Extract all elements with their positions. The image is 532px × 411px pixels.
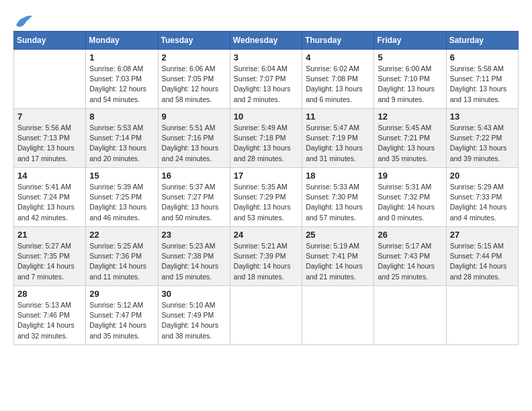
calendar-cell: 4Sunrise: 6:02 AMSunset: 7:08 PMDaylight… xyxy=(302,50,374,109)
calendar-cell: 16Sunrise: 5:37 AMSunset: 7:27 PMDayligh… xyxy=(158,168,230,227)
calendar-cell: 20Sunrise: 5:29 AMSunset: 7:33 PMDayligh… xyxy=(446,168,518,227)
day-number: 19 xyxy=(378,171,442,181)
day-number: 29 xyxy=(89,289,154,299)
day-number: 20 xyxy=(450,171,515,181)
day-info: Sunrise: 5:53 AMSunset: 7:14 PMDaylight:… xyxy=(89,123,154,164)
calendar-cell: 22Sunrise: 5:25 AMSunset: 7:36 PMDayligh… xyxy=(86,227,158,286)
calendar-cell: 9Sunrise: 5:51 AMSunset: 7:16 PMDaylight… xyxy=(158,109,230,168)
calendar-cell: 18Sunrise: 5:33 AMSunset: 7:30 PMDayligh… xyxy=(302,168,374,227)
calendar-cell: 27Sunrise: 5:15 AMSunset: 7:44 PMDayligh… xyxy=(446,227,518,286)
calendar-cell: 25Sunrise: 5:19 AMSunset: 7:41 PMDayligh… xyxy=(302,227,374,286)
day-info: Sunrise: 5:21 AMSunset: 7:39 PMDaylight:… xyxy=(234,241,298,282)
calendar-cell: 17Sunrise: 5:35 AMSunset: 7:29 PMDayligh… xyxy=(230,168,302,227)
day-info: Sunrise: 5:29 AMSunset: 7:33 PMDaylight:… xyxy=(450,182,515,223)
day-number: 14 xyxy=(17,171,82,181)
day-info: Sunrise: 5:49 AMSunset: 7:18 PMDaylight:… xyxy=(234,123,298,164)
calendar-week-row: 14Sunrise: 5:41 AMSunset: 7:24 PMDayligh… xyxy=(14,168,519,227)
day-info: Sunrise: 5:58 AMSunset: 7:11 PMDaylight:… xyxy=(450,64,515,105)
day-number: 10 xyxy=(234,111,298,122)
day-number: 15 xyxy=(89,171,154,181)
calendar-cell: 26Sunrise: 5:17 AMSunset: 7:43 PMDayligh… xyxy=(374,227,446,286)
calendar-cell: 8Sunrise: 5:53 AMSunset: 7:14 PMDaylight… xyxy=(86,109,158,168)
day-number: 9 xyxy=(162,111,226,122)
day-number: 8 xyxy=(89,111,154,122)
day-number: 6 xyxy=(450,52,515,62)
day-number: 1 xyxy=(89,52,154,62)
calendar-cell: 12Sunrise: 5:45 AMSunset: 7:21 PMDayligh… xyxy=(374,109,446,168)
day-number: 16 xyxy=(162,171,226,181)
calendar-cell: 29Sunrise: 5:12 AMSunset: 7:47 PMDayligh… xyxy=(86,286,158,345)
weekday-header-saturday: Saturday xyxy=(446,32,518,50)
calendar-week-row: 28Sunrise: 5:13 AMSunset: 7:46 PMDayligh… xyxy=(14,286,519,345)
calendar-header-row: SundayMondayTuesdayWednesdayThursdayFrid… xyxy=(14,32,519,50)
calendar-table: SundayMondayTuesdayWednesdayThursdayFrid… xyxy=(13,31,519,345)
day-info: Sunrise: 5:15 AMSunset: 7:44 PMDaylight:… xyxy=(450,241,515,282)
day-number: 28 xyxy=(17,289,82,299)
calendar-cell: 5Sunrise: 6:00 AMSunset: 7:10 PMDaylight… xyxy=(374,50,446,109)
day-info: Sunrise: 5:31 AMSunset: 7:32 PMDaylight:… xyxy=(378,182,442,223)
day-number: 22 xyxy=(89,230,154,240)
calendar-cell xyxy=(230,286,302,345)
day-info: Sunrise: 5:25 AMSunset: 7:36 PMDaylight:… xyxy=(89,241,154,282)
day-info: Sunrise: 5:45 AMSunset: 7:21 PMDaylight:… xyxy=(378,123,442,164)
calendar-cell xyxy=(446,286,518,345)
calendar-cell xyxy=(302,286,374,345)
calendar-cell xyxy=(14,50,86,109)
day-number: 24 xyxy=(234,230,298,240)
day-info: Sunrise: 5:10 AMSunset: 7:49 PMDaylight:… xyxy=(162,300,226,341)
day-info: Sunrise: 5:39 AMSunset: 7:25 PMDaylight:… xyxy=(89,182,154,223)
day-number: 7 xyxy=(17,111,82,122)
day-info: Sunrise: 5:56 AMSunset: 7:13 PMDaylight:… xyxy=(17,123,82,164)
calendar-cell: 23Sunrise: 5:23 AMSunset: 7:38 PMDayligh… xyxy=(158,227,230,286)
page-header xyxy=(13,13,519,28)
calendar-cell: 30Sunrise: 5:10 AMSunset: 7:49 PMDayligh… xyxy=(158,286,230,345)
day-info: Sunrise: 6:00 AMSunset: 7:10 PMDaylight:… xyxy=(378,64,442,105)
day-number: 27 xyxy=(450,230,515,240)
calendar-cell: 15Sunrise: 5:39 AMSunset: 7:25 PMDayligh… xyxy=(86,168,158,227)
day-info: Sunrise: 5:37 AMSunset: 7:27 PMDaylight:… xyxy=(162,182,226,223)
calendar-cell: 3Sunrise: 6:04 AMSunset: 7:07 PMDaylight… xyxy=(230,50,302,109)
calendar-cell xyxy=(374,286,446,345)
day-info: Sunrise: 6:06 AMSunset: 7:05 PMDaylight:… xyxy=(162,64,226,105)
day-info: Sunrise: 5:43 AMSunset: 7:22 PMDaylight:… xyxy=(450,123,515,164)
day-info: Sunrise: 6:02 AMSunset: 7:08 PMDaylight:… xyxy=(306,64,370,105)
calendar-cell: 7Sunrise: 5:56 AMSunset: 7:13 PMDaylight… xyxy=(14,109,86,168)
calendar-week-row: 1Sunrise: 6:08 AMSunset: 7:03 PMDaylight… xyxy=(14,50,519,109)
day-number: 17 xyxy=(234,171,298,181)
calendar-cell: 21Sunrise: 5:27 AMSunset: 7:35 PMDayligh… xyxy=(14,227,86,286)
day-number: 25 xyxy=(306,230,370,240)
calendar-cell: 19Sunrise: 5:31 AMSunset: 7:32 PMDayligh… xyxy=(374,168,446,227)
logo-icon xyxy=(13,13,32,28)
day-info: Sunrise: 5:17 AMSunset: 7:43 PMDaylight:… xyxy=(378,241,442,282)
calendar-cell: 6Sunrise: 5:58 AMSunset: 7:11 PMDaylight… xyxy=(446,50,518,109)
logo xyxy=(13,13,35,28)
day-number: 26 xyxy=(378,230,442,240)
weekday-header-sunday: Sunday xyxy=(14,32,86,50)
calendar-cell: 14Sunrise: 5:41 AMSunset: 7:24 PMDayligh… xyxy=(14,168,86,227)
day-info: Sunrise: 5:47 AMSunset: 7:19 PMDaylight:… xyxy=(306,123,370,164)
calendar-cell: 28Sunrise: 5:13 AMSunset: 7:46 PMDayligh… xyxy=(14,286,86,345)
calendar-cell: 2Sunrise: 6:06 AMSunset: 7:05 PMDaylight… xyxy=(158,50,230,109)
day-info: Sunrise: 5:35 AMSunset: 7:29 PMDaylight:… xyxy=(234,182,298,223)
day-info: Sunrise: 6:08 AMSunset: 7:03 PMDaylight:… xyxy=(89,64,154,105)
weekday-header-wednesday: Wednesday xyxy=(230,32,302,50)
day-number: 11 xyxy=(306,111,370,122)
calendar-cell: 24Sunrise: 5:21 AMSunset: 7:39 PMDayligh… xyxy=(230,227,302,286)
weekday-header-friday: Friday xyxy=(374,32,446,50)
day-info: Sunrise: 6:04 AMSunset: 7:07 PMDaylight:… xyxy=(234,64,298,105)
day-number: 18 xyxy=(306,171,370,181)
calendar-cell: 13Sunrise: 5:43 AMSunset: 7:22 PMDayligh… xyxy=(446,109,518,168)
weekday-header-thursday: Thursday xyxy=(302,32,374,50)
day-number: 3 xyxy=(234,52,298,62)
day-info: Sunrise: 5:13 AMSunset: 7:46 PMDaylight:… xyxy=(17,300,82,341)
calendar-cell: 1Sunrise: 6:08 AMSunset: 7:03 PMDaylight… xyxy=(86,50,158,109)
day-info: Sunrise: 5:51 AMSunset: 7:16 PMDaylight:… xyxy=(162,123,226,164)
day-info: Sunrise: 5:19 AMSunset: 7:41 PMDaylight:… xyxy=(306,241,370,282)
calendar-cell: 10Sunrise: 5:49 AMSunset: 7:18 PMDayligh… xyxy=(230,109,302,168)
day-number: 23 xyxy=(162,230,226,240)
day-info: Sunrise: 5:27 AMSunset: 7:35 PMDaylight:… xyxy=(17,241,82,282)
calendar-week-row: 7Sunrise: 5:56 AMSunset: 7:13 PMDaylight… xyxy=(14,109,519,168)
day-number: 13 xyxy=(450,111,515,122)
day-info: Sunrise: 5:41 AMSunset: 7:24 PMDaylight:… xyxy=(17,182,82,223)
calendar-week-row: 21Sunrise: 5:27 AMSunset: 7:35 PMDayligh… xyxy=(14,227,519,286)
